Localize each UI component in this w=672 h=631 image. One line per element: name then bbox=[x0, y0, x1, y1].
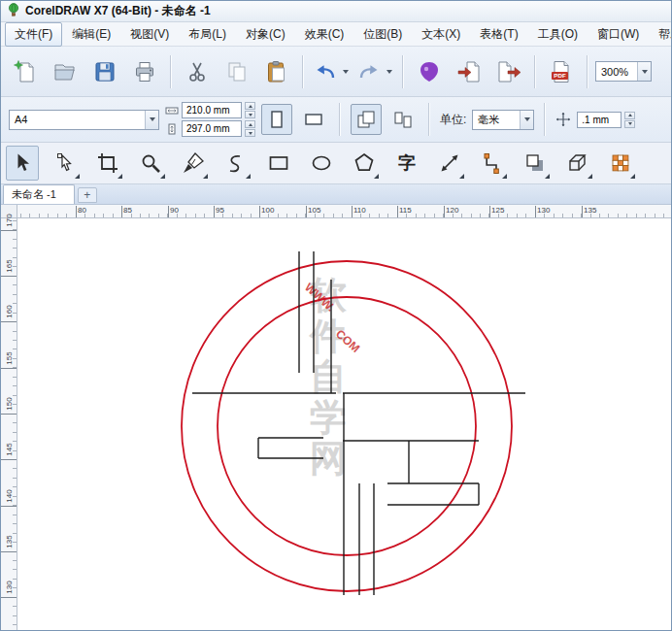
ruler-number: 105 bbox=[308, 206, 320, 215]
cut-button[interactable] bbox=[179, 51, 216, 92]
pen-nib-icon bbox=[182, 151, 205, 175]
search-content-button[interactable] bbox=[411, 51, 448, 92]
nudge-offset-icon bbox=[555, 112, 571, 127]
curve-tool[interactable] bbox=[219, 146, 252, 181]
connector-icon bbox=[481, 151, 504, 175]
rectangle-tool[interactable] bbox=[262, 146, 295, 181]
nudge-decrement-button[interactable] bbox=[624, 120, 635, 128]
page-height-input[interactable]: 297.0 mm bbox=[182, 120, 242, 137]
all-pages-size-button[interactable] bbox=[351, 104, 382, 135]
units-combobox[interactable]: 毫米 bbox=[472, 110, 534, 130]
chevron-down-icon bbox=[524, 117, 530, 121]
red-circle-shape[interactable] bbox=[182, 261, 512, 591]
menu-object[interactable]: 对象(C) bbox=[236, 22, 295, 47]
menu-help[interactable]: 帮助(H) bbox=[649, 22, 672, 47]
pick-arrow-icon bbox=[11, 151, 34, 175]
cut-icon bbox=[185, 59, 210, 84]
landscape-icon bbox=[302, 108, 325, 131]
page-height-icon bbox=[165, 123, 179, 135]
spin-up-icon bbox=[249, 105, 252, 108]
save-button[interactable] bbox=[86, 51, 123, 92]
ruler-number: 85 bbox=[123, 206, 132, 215]
menu-edit[interactable]: 编辑(E) bbox=[62, 22, 120, 47]
toolbar-separator bbox=[339, 103, 341, 136]
toolbar-separator bbox=[587, 55, 588, 88]
coreldraw-logo-icon[interactable] bbox=[7, 3, 20, 20]
drop-shadow-icon bbox=[523, 151, 547, 175]
undo-button[interactable] bbox=[311, 51, 340, 92]
drawing-canvas[interactable]: 软件自学网WWW.COM bbox=[17, 218, 672, 631]
ruler-major-tick bbox=[168, 206, 169, 217]
text-tool[interactable]: 字 bbox=[390, 146, 423, 181]
new-tab-button[interactable]: + bbox=[78, 187, 97, 203]
menu-file[interactable]: 文件(F) bbox=[5, 22, 62, 47]
spin-down-icon bbox=[249, 132, 252, 135]
menu-view[interactable]: 视图(V) bbox=[120, 22, 179, 47]
menu-window[interactable]: 窗口(W) bbox=[588, 22, 649, 47]
extrude-tool[interactable] bbox=[561, 146, 594, 181]
nudge-increment-button[interactable] bbox=[624, 112, 635, 119]
menu-table[interactable]: 表格(T) bbox=[470, 22, 527, 47]
dimension-tool[interactable] bbox=[433, 146, 466, 181]
publish-pdf-button[interactable]: PDF bbox=[543, 51, 580, 92]
preset-dropdown-button[interactable] bbox=[145, 111, 158, 129]
menu-layout[interactable]: 布局(L) bbox=[179, 22, 236, 47]
menu-tools[interactable]: 工具(O) bbox=[528, 22, 588, 47]
drop-shadow-tool[interactable] bbox=[519, 146, 552, 181]
horizontal-ruler[interactable]: 80859095100105110115120125130135 bbox=[17, 205, 672, 218]
zoom-tool[interactable] bbox=[134, 146, 167, 181]
height-decrement-button[interactable] bbox=[245, 129, 255, 137]
spin-up-icon bbox=[628, 114, 632, 116]
document-tab-active[interactable]: 未命名 -1 bbox=[3, 184, 75, 204]
new-document-button[interactable] bbox=[7, 51, 44, 92]
export-button[interactable] bbox=[490, 51, 527, 92]
connector-tool[interactable] bbox=[476, 146, 509, 181]
freehand-tool[interactable] bbox=[177, 146, 210, 181]
shape-tool[interactable] bbox=[49, 146, 82, 181]
height-increment-button[interactable] bbox=[245, 120, 255, 128]
width-decrement-button[interactable] bbox=[245, 111, 255, 118]
units-dropdown-button[interactable] bbox=[520, 111, 533, 129]
pick-tool[interactable] bbox=[6, 146, 39, 181]
width-increment-button[interactable] bbox=[245, 102, 255, 110]
portrait-orientation-button[interactable] bbox=[261, 104, 292, 135]
redo-button[interactable] bbox=[354, 51, 384, 92]
corel-connect-icon bbox=[417, 59, 442, 84]
crop-tool[interactable] bbox=[91, 146, 124, 181]
paste-button[interactable] bbox=[258, 51, 295, 92]
coreldraw-window: CorelDRAW X7 (64-Bit) - 未命名 -1 文件(F) 编辑(… bbox=[0, 0, 672, 631]
zoom-dropdown-button[interactable] bbox=[637, 62, 651, 81]
page-width-input[interactable]: 210.0 mm bbox=[182, 102, 242, 118]
drawing-svg[interactable]: 软件自学网WWW.COM bbox=[17, 218, 672, 631]
ruler-number: 150 bbox=[1, 389, 17, 418]
shape-arrow-icon bbox=[53, 151, 77, 175]
ruler-number: 155 bbox=[1, 344, 17, 373]
current-page-size-button[interactable] bbox=[387, 104, 419, 135]
import-button[interactable] bbox=[451, 51, 487, 92]
magnifier-icon bbox=[139, 151, 162, 175]
open-button[interactable] bbox=[47, 51, 84, 92]
text-tool-glyph: 字 bbox=[398, 154, 416, 172]
menu-effects[interactable]: 效果(C) bbox=[295, 22, 354, 47]
vertical-ruler[interactable]: 170165160155150145140135130 bbox=[1, 218, 17, 631]
title-bar[interactable]: CorelDRAW X7 (64-Bit) - 未命名 -1 bbox=[1, 1, 671, 22]
page-size-preset-combobox[interactable]: A4 bbox=[9, 110, 159, 130]
print-button[interactable] bbox=[126, 51, 163, 92]
menu-text[interactable]: 文本(X) bbox=[412, 22, 470, 47]
current-page-icon bbox=[391, 108, 415, 131]
mesh-fill-tool[interactable] bbox=[604, 146, 637, 181]
nudge-distance-input[interactable]: .1 mm bbox=[577, 112, 622, 128]
toolbar-separator bbox=[402, 55, 404, 88]
copy-button[interactable] bbox=[218, 51, 255, 92]
ellipse-tool[interactable] bbox=[305, 146, 338, 181]
polygon-tool[interactable] bbox=[348, 146, 381, 181]
zoom-level-combobox[interactable]: 300% bbox=[595, 61, 652, 82]
undo-dropdown-button[interactable] bbox=[340, 55, 352, 88]
menu-bitmaps[interactable]: 位图(B) bbox=[353, 22, 412, 47]
standard-toolbar: PDF 300% bbox=[1, 47, 671, 97]
redo-dropdown-button[interactable] bbox=[384, 55, 395, 88]
pdf-icon: PDF bbox=[549, 59, 574, 84]
ruler-number: 170 bbox=[1, 206, 17, 235]
landscape-orientation-button[interactable] bbox=[298, 104, 329, 135]
ruler-major-tick bbox=[121, 206, 122, 217]
